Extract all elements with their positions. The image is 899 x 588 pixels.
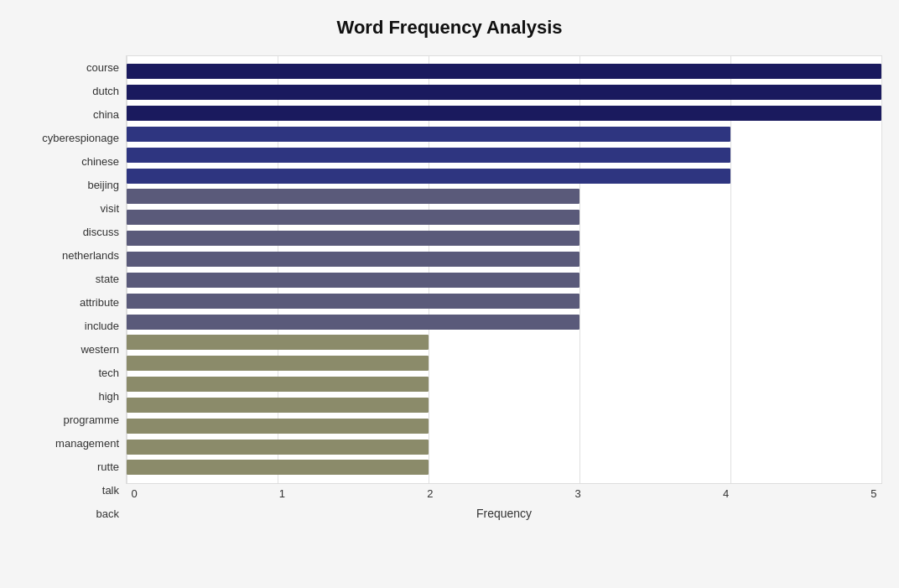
bar <box>127 377 429 392</box>
y-label: high <box>17 391 119 402</box>
bar <box>127 356 429 371</box>
bar <box>127 440 429 455</box>
y-axis-labels: coursedutchchinacyberespionagechinesebei… <box>17 55 126 526</box>
bars-area <box>126 55 882 484</box>
bar <box>127 148 730 163</box>
bar-row <box>127 62 881 81</box>
y-label: chinese <box>17 156 119 167</box>
bar <box>127 335 429 350</box>
bar <box>127 398 429 413</box>
bar-rows <box>127 56 881 483</box>
chart-area: coursedutchchinacyberespionagechinesebei… <box>17 55 882 526</box>
x-tick-labels: 012345 <box>126 484 882 500</box>
bar <box>127 460 429 475</box>
x-tick-label: 3 <box>569 487 586 500</box>
bar-row <box>127 208 881 226</box>
x-axis-title: Frequency <box>126 507 882 520</box>
bar <box>127 85 881 100</box>
bar-row <box>127 83 881 101</box>
y-label: discuss <box>17 226 119 237</box>
bar-row <box>127 292 881 310</box>
y-label: western <box>17 344 119 355</box>
bar-row <box>127 333 881 351</box>
y-label: course <box>17 62 119 73</box>
bar-row <box>127 125 881 143</box>
bar <box>127 189 579 204</box>
y-label: tech <box>17 367 119 378</box>
bar-row <box>127 167 881 185</box>
bar <box>127 127 730 142</box>
chart-container: Word Frequency Analysis coursedutchchina… <box>0 0 899 588</box>
y-label: programme <box>17 414 119 425</box>
bar-row <box>127 146 881 164</box>
y-label: management <box>17 438 119 449</box>
y-label: beijing <box>17 180 119 190</box>
chart-title: Word Frequency Analysis <box>17 17 882 39</box>
y-label: include <box>17 320 119 331</box>
bar <box>127 273 579 288</box>
bar-row <box>127 104 881 122</box>
y-label: netherlands <box>17 250 119 261</box>
bar-row <box>127 375 881 393</box>
bar-row <box>127 313 881 331</box>
bar-row <box>127 271 881 289</box>
x-tick-label: 0 <box>126 487 143 500</box>
bar <box>127 106 881 121</box>
bar-row <box>127 229 881 247</box>
bar-row <box>127 250 881 268</box>
x-tick-label: 1 <box>273 487 290 500</box>
y-label: rutte <box>17 461 119 472</box>
bar-row <box>127 187 881 206</box>
y-label: attribute <box>17 297 119 308</box>
y-label: cyberespionage <box>17 133 119 143</box>
bar-row <box>127 417 881 435</box>
y-label: visit <box>17 203 119 214</box>
x-axis: 012345 Frequency <box>126 484 882 526</box>
bars-and-x: 012345 Frequency <box>126 55 882 526</box>
bar <box>127 252 579 267</box>
y-label: state <box>17 273 119 284</box>
bar <box>127 169 730 184</box>
bar <box>127 294 579 309</box>
bar <box>127 231 579 246</box>
x-tick-label: 2 <box>422 487 439 500</box>
y-label: talk <box>17 485 119 496</box>
grid-line <box>881 56 882 483</box>
x-tick-label: 5 <box>865 487 882 500</box>
bar <box>127 419 429 434</box>
bar-row <box>127 396 881 414</box>
bar-row <box>127 354 881 372</box>
bar <box>127 210 579 225</box>
y-label: dutch <box>17 86 119 96</box>
x-tick-label: 4 <box>718 487 735 500</box>
y-label: china <box>17 109 119 120</box>
bar-row <box>127 438 881 456</box>
bar <box>127 315 579 330</box>
bar <box>127 64 881 79</box>
y-label: back <box>17 508 119 519</box>
bar-row <box>127 458 881 476</box>
